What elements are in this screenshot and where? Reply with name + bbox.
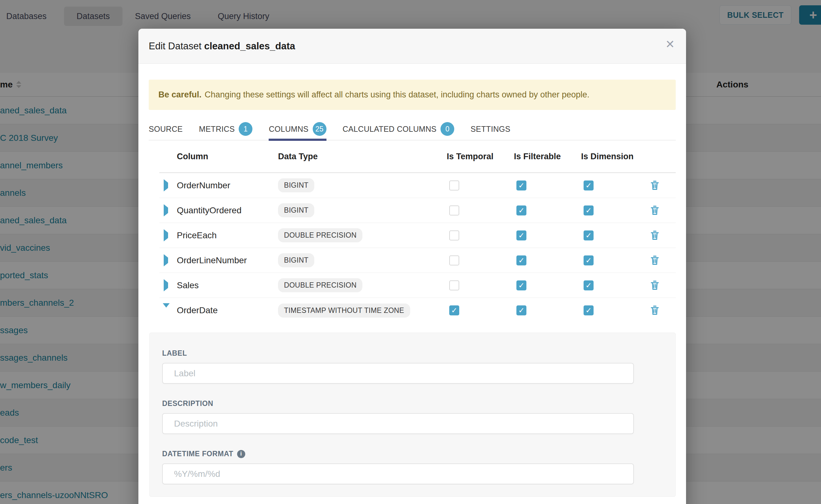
- column-row: Sales DOUBLE PRECISION ✓ ✓: [159, 273, 676, 298]
- warning-bold-text: Be careful.: [158, 90, 201, 100]
- modal-tabs: SOURCE METRICS1 COLUMNS25 CALCULATED COL…: [149, 118, 676, 141]
- tab-calculated-columns[interactable]: CALCULATED COLUMNS0: [343, 118, 455, 140]
- expand-caret-icon[interactable]: [159, 208, 177, 213]
- header-is-filterable: Is Filterable: [514, 152, 581, 161]
- is-filterable-checkbox[interactable]: ✓: [517, 230, 527, 240]
- delete-column-icon[interactable]: [650, 180, 676, 190]
- tab-metrics[interactable]: METRICS1: [199, 118, 253, 140]
- info-icon[interactable]: i: [237, 450, 245, 458]
- is-filterable-checkbox[interactable]: ✓: [517, 255, 527, 265]
- datasets-page: Databases Datasets Saved Queries Query H…: [0, 0, 821, 504]
- tab-source[interactable]: SOURCE: [149, 118, 183, 140]
- column-name: OrderNumber: [177, 180, 278, 190]
- modal-title-dataset-name: cleaned_sales_data: [204, 41, 295, 52]
- is-filterable-checkbox[interactable]: ✓: [517, 180, 527, 190]
- is-temporal-checkbox[interactable]: [449, 255, 459, 265]
- is-temporal-checkbox[interactable]: [449, 280, 459, 290]
- data-type-pill: BIGINT: [278, 203, 314, 217]
- modal-body: Be careful. Changing these settings will…: [138, 80, 686, 497]
- is-dimension-checkbox[interactable]: ✓: [584, 205, 594, 215]
- column-row: QuantityOrdered BIGINT ✓ ✓: [159, 198, 676, 223]
- columns-table-body: OrderNumber BIGINT ✓ ✓ QuantityOrdered B…: [159, 173, 676, 323]
- metrics-count-badge: 1: [239, 122, 252, 136]
- data-type-pill: BIGINT: [278, 178, 314, 192]
- header-is-temporal: Is Temporal: [447, 152, 514, 161]
- column-row: OrderLineNumber BIGINT ✓ ✓: [159, 248, 676, 273]
- column-row: PriceEach DOUBLE PRECISION ✓ ✓: [159, 223, 676, 248]
- description-input[interactable]: [162, 413, 634, 434]
- is-dimension-checkbox[interactable]: ✓: [584, 230, 594, 240]
- header-data-type: Data Type: [278, 152, 447, 161]
- datetime-format-input[interactable]: [162, 463, 634, 484]
- is-filterable-checkbox[interactable]: ✓: [517, 205, 527, 215]
- close-icon[interactable]: ✕: [665, 39, 675, 50]
- columns-table: Column Data Type Is Temporal Is Filterab…: [159, 141, 676, 323]
- tab-settings[interactable]: SETTINGS: [471, 118, 510, 140]
- delete-column-icon[interactable]: [650, 255, 676, 265]
- data-type-pill: DOUBLE PRECISION: [278, 278, 362, 292]
- edit-dataset-modal: Edit Dataset cleaned_sales_data ✕ Be car…: [138, 29, 686, 504]
- expand-caret-icon[interactable]: [159, 183, 177, 188]
- tab-columns[interactable]: COLUMNS25: [269, 118, 326, 140]
- label-field-label: LABEL: [162, 349, 663, 358]
- modal-title: Edit Dataset cleaned_sales_data: [149, 41, 295, 52]
- delete-column-icon[interactable]: [650, 305, 676, 315]
- data-type-pill: DOUBLE PRECISION: [278, 228, 362, 242]
- data-type-pill: BIGINT: [278, 253, 314, 267]
- column-row: OrderNumber BIGINT ✓ ✓: [159, 173, 676, 198]
- modal-header: Edit Dataset cleaned_sales_data ✕: [138, 29, 686, 64]
- data-type-pill: TIMESTAMP WITHOUT TIME ZONE: [278, 304, 410, 318]
- datetime-format-field-label: DATETIME FORMAT i: [162, 450, 663, 458]
- header-column: Column: [177, 152, 278, 161]
- calculated-columns-count-badge: 0: [441, 122, 454, 136]
- column-detail-panel: LABEL DESCRIPTION DATETIME FORMAT i: [149, 333, 676, 497]
- header-is-dimension: Is Dimension: [581, 152, 648, 161]
- delete-column-icon[interactable]: [650, 205, 676, 215]
- expand-caret-icon[interactable]: [159, 233, 177, 238]
- column-name: PriceEach: [177, 230, 278, 240]
- columns-count-badge: 25: [313, 122, 326, 136]
- column-name: OrderDate: [177, 305, 278, 315]
- columns-table-header: Column Data Type Is Temporal Is Filterab…: [159, 141, 676, 173]
- label-input[interactable]: [162, 363, 634, 384]
- expand-caret-icon[interactable]: [159, 258, 177, 263]
- is-filterable-checkbox[interactable]: ✓: [517, 280, 527, 290]
- warning-text: Changing these settings will affect all …: [205, 90, 590, 100]
- delete-column-icon[interactable]: [650, 230, 676, 240]
- column-name: Sales: [177, 280, 278, 290]
- is-filterable-checkbox[interactable]: ✓: [517, 305, 527, 315]
- is-dimension-checkbox[interactable]: ✓: [584, 255, 594, 265]
- is-temporal-checkbox[interactable]: [449, 205, 459, 215]
- column-row: OrderDate TIMESTAMP WITHOUT TIME ZONE ✓ …: [159, 298, 676, 323]
- column-name: QuantityOrdered: [177, 205, 278, 215]
- column-name: OrderLineNumber: [177, 255, 278, 265]
- is-temporal-checkbox[interactable]: [449, 230, 459, 240]
- delete-column-icon[interactable]: [650, 280, 676, 290]
- modal-title-prefix: Edit Dataset: [149, 41, 201, 52]
- is-dimension-checkbox[interactable]: ✓: [584, 305, 594, 315]
- description-field-label: DESCRIPTION: [162, 399, 663, 408]
- warning-banner: Be careful. Changing these settings will…: [149, 80, 676, 110]
- is-temporal-checkbox[interactable]: ✓: [449, 305, 459, 315]
- is-dimension-checkbox[interactable]: ✓: [584, 280, 594, 290]
- is-temporal-checkbox[interactable]: [449, 180, 459, 190]
- expand-caret-icon[interactable]: [159, 283, 177, 288]
- is-dimension-checkbox[interactable]: ✓: [584, 180, 594, 190]
- expand-caret-icon[interactable]: [159, 308, 177, 313]
